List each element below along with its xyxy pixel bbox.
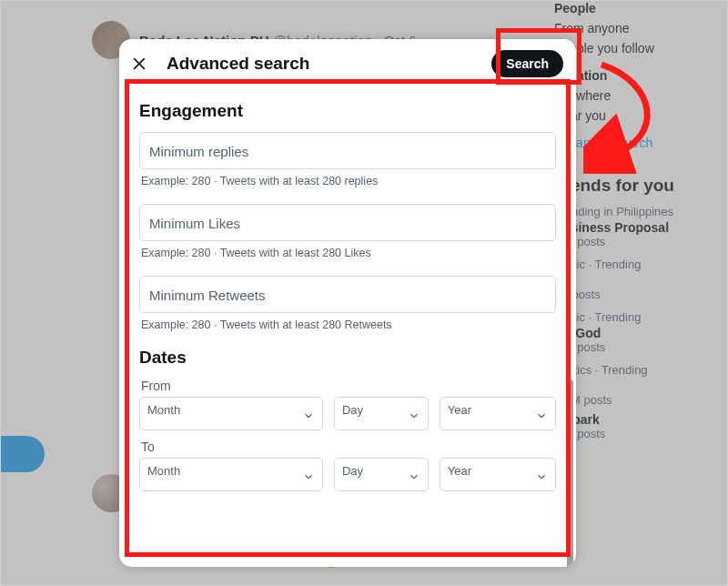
field-label: Minimum Retweets bbox=[149, 288, 546, 303]
example-text: Example: 280 · Tweets with at least 280 … bbox=[141, 247, 556, 259]
to-day-dropdown[interactable]: Day bbox=[334, 458, 429, 491]
chevron-down-icon bbox=[535, 470, 548, 483]
dropdown-label: Day bbox=[342, 403, 363, 417]
dropdown-label: Year bbox=[448, 464, 471, 478]
dropdown-label: Day bbox=[342, 464, 363, 478]
from-day-dropdown[interactable]: Day bbox=[334, 397, 429, 430]
from-label: From bbox=[141, 379, 556, 393]
to-month-dropdown[interactable]: Month bbox=[139, 458, 323, 491]
modal-scroll-area[interactable]: Engagement Minimum replies Example: 280 … bbox=[119, 88, 576, 567]
chevron-down-icon bbox=[408, 409, 420, 422]
min-likes-field[interactable]: Minimum Likes bbox=[139, 204, 556, 241]
modal-header: Advanced search Search bbox=[119, 39, 576, 88]
search-button[interactable]: Search bbox=[491, 50, 563, 77]
section-title-engagement: Engagement bbox=[139, 101, 556, 121]
dropdown-label: Month bbox=[147, 464, 180, 478]
field-label: Minimum Likes bbox=[149, 216, 546, 231]
chevron-down-icon bbox=[302, 470, 315, 483]
chevron-down-icon bbox=[302, 409, 315, 422]
close-icon[interactable] bbox=[130, 55, 148, 73]
example-text: Example: 280 · Tweets with at least 280 … bbox=[141, 175, 556, 187]
dropdown-label: Year bbox=[448, 403, 471, 417]
to-date-row: Month Day Year bbox=[139, 458, 556, 491]
modal-body: Engagement Minimum replies Example: 280 … bbox=[119, 88, 576, 567]
example-text: Example: 280 · Tweets with at least 280 … bbox=[141, 318, 556, 331]
chevron-down-icon bbox=[408, 470, 420, 483]
modal-title: Advanced search bbox=[167, 54, 473, 74]
from-year-dropdown[interactable]: Year bbox=[440, 397, 556, 430]
min-replies-field[interactable]: Minimum replies bbox=[139, 132, 556, 169]
scrollbar[interactable] bbox=[567, 379, 573, 567]
to-label: To bbox=[141, 440, 556, 454]
dropdown-label: Month bbox=[147, 403, 180, 417]
chevron-down-icon bbox=[535, 409, 548, 422]
from-month-dropdown[interactable]: Month bbox=[139, 397, 323, 430]
field-label: Minimum replies bbox=[149, 144, 546, 159]
min-retweets-field[interactable]: Minimum Retweets bbox=[139, 276, 556, 313]
advanced-search-modal: Advanced search Search Engagement Minimu… bbox=[119, 39, 576, 567]
section-title-dates: Dates bbox=[139, 348, 556, 368]
from-date-row: Month Day Year bbox=[139, 397, 556, 430]
to-year-dropdown[interactable]: Year bbox=[440, 458, 556, 491]
